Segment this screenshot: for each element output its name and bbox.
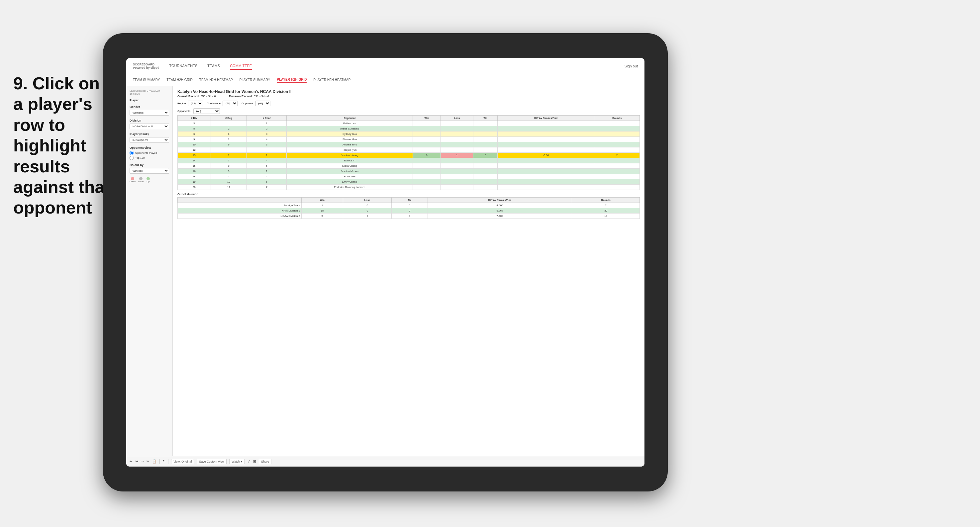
bottom-toolbar: ↩ ↪ ⇨ ✂ 📋 ↻ View: Original Save Custom V…: [126, 456, 644, 467]
player-rank-select[interactable]: 8. Katelyn Vo: [130, 137, 169, 143]
table-row[interactable]: 522Alexis Sudjianto: [178, 126, 640, 132]
up-dot: [146, 177, 150, 180]
undo-icon[interactable]: ↩: [130, 459, 132, 464]
redo-icon[interactable]: ↪: [135, 459, 138, 464]
radio-opponents-played[interactable]: Opponents Played: [130, 151, 169, 155]
table-row[interactable]: 31Esther Lee: [178, 121, 640, 126]
table-row[interactable]: 12Heeju Hyun: [178, 148, 640, 153]
nav-teams[interactable]: TEAMS: [207, 62, 220, 70]
table-row[interactable]: 19106Emily Chang: [178, 179, 640, 185]
table-row[interactable]: 1474Eunice Yi: [178, 158, 640, 163]
radio-top100-input[interactable]: [130, 156, 134, 160]
main-grid-table: # Div # Reg # Conf Opponent Win Loss Tie…: [177, 115, 640, 190]
col-loss: Loss: [441, 116, 473, 121]
col-conf: # Conf: [247, 116, 287, 121]
colour-select[interactable]: Win/loss: [130, 168, 169, 174]
scissors-icon[interactable]: ✂: [146, 459, 150, 464]
opponents-select[interactable]: (All): [193, 108, 220, 114]
out-of-division-label: Out of division: [177, 193, 640, 196]
ood-table-row[interactable]: Foreign Team1004.5002: [178, 203, 640, 208]
left-panel: Last Updated: 27/03/2024 16:55:38 Player…: [126, 86, 173, 456]
sub-nav-team-h2h-grid[interactable]: TEAM H2H GRID: [167, 77, 192, 83]
share-button[interactable]: Share: [259, 459, 271, 464]
right-panel: Katelyn Vo Head-to-Head Grid for Women's…: [173, 86, 644, 456]
level-dot: [139, 177, 143, 180]
colour-by-label: Colour by: [130, 163, 169, 167]
division-section: Division NCAA Division III: [130, 119, 169, 129]
last-updated-label: Last Updated: 27/03/2024: [130, 89, 160, 92]
resize-icon[interactable]: ⤢: [248, 459, 250, 464]
table-row[interactable]: 1311Jessica Huang010-3.002: [178, 153, 640, 158]
down-label: Down: [130, 180, 135, 183]
ood-col-diff: Diff Av Strokes/Rnd: [428, 198, 572, 203]
sub-nav-team-h2h-heatmap[interactable]: TEAM H2H HEATMAP: [199, 77, 233, 83]
sub-nav-player-summary[interactable]: PLAYER SUMMARY: [240, 77, 270, 83]
view-original-button[interactable]: View: Original: [171, 459, 194, 464]
region-filter: Region (All): [177, 101, 203, 106]
ood-col-win: Win: [302, 198, 343, 203]
tablet-device: SCOREBOARD Powered by clippd TOURNAMENTS…: [103, 33, 668, 492]
top-nav: SCOREBOARD Powered by clippd TOURNAMENTS…: [126, 58, 644, 74]
ood-col-rounds: Rounds: [572, 198, 640, 203]
table-row[interactable]: 1585Stella Cheng: [178, 163, 640, 169]
up-label: Up: [146, 180, 150, 183]
nav-tournaments[interactable]: TOURNAMENTS: [169, 62, 198, 70]
annotation-content: 9. Click on a player's row to highlight …: [13, 74, 110, 217]
last-updated: Last Updated: 27/03/2024 16:55:38: [130, 89, 169, 95]
col-diff: Diff Av Strokes/Rnd: [497, 116, 594, 121]
refresh-icon[interactable]: ↻: [162, 459, 165, 464]
nav-items: TOURNAMENTS TEAMS COMMITTEE: [169, 62, 625, 70]
table-row[interactable]: 1063Andrea York: [178, 142, 640, 148]
overall-record: Overall Record: 353 - 34 - 6: [177, 95, 216, 98]
logo-sub: Powered by clippd: [133, 66, 159, 70]
forward-icon[interactable]: ⇨: [141, 459, 144, 464]
watch-button[interactable]: Watch ▾: [229, 459, 245, 464]
table-row[interactable]: 613Sydney Kuo: [178, 132, 640, 137]
col-win: Win: [413, 116, 441, 121]
radio-top100-label: Top 100: [135, 156, 145, 159]
radio-top100[interactable]: Top 100: [130, 156, 169, 160]
table-row[interactable]: 1822Euna Lee: [178, 174, 640, 179]
conference-select[interactable]: (All): [223, 101, 237, 106]
table-row[interactable]: 20117Federica Domecq Lacroze: [178, 185, 640, 190]
nav-committee[interactable]: COMMITTEE: [230, 62, 252, 70]
logo: SCOREBOARD Powered by clippd: [133, 63, 159, 70]
ood-col-name: [178, 198, 302, 203]
opponent-select[interactable]: (All): [256, 101, 270, 106]
sign-out-button[interactable]: Sign out: [625, 64, 638, 68]
opponents-filter-row: Opponents: (All): [177, 108, 640, 114]
conference-label: Conference: [207, 102, 221, 105]
col-div: # Div: [178, 116, 211, 121]
filters-row: Region (All) Conference (All) Opponent: [177, 101, 640, 106]
sub-nav-player-h2h-heatmap[interactable]: PLAYER H2H HEATMAP: [313, 77, 350, 83]
gender-select[interactable]: Women's: [130, 110, 169, 116]
record-row: Overall Record: 353 - 34 - 6 Division Re…: [177, 95, 640, 98]
paste-icon[interactable]: 📋: [152, 459, 157, 464]
legend-level: Level: [138, 177, 144, 183]
radio-opponents-played-input[interactable]: [130, 151, 134, 155]
save-custom-view-button[interactable]: Save Custom View: [197, 459, 227, 464]
ood-col-tie: Tie: [392, 198, 428, 203]
last-updated-time: 16:55:38: [130, 92, 140, 95]
legend-down: Down: [130, 177, 135, 183]
grid-icon[interactable]: ⊞: [253, 459, 256, 464]
opponent-label: Opponent: [242, 102, 253, 105]
division-select[interactable]: NCAA Division III: [130, 124, 169, 129]
overall-record-label: Overall Record:: [177, 95, 200, 98]
table-row[interactable]: 1691Jessica Mason: [178, 169, 640, 174]
region-select[interactable]: (All): [188, 101, 203, 106]
table-row[interactable]: 914Sharon Mun: [178, 137, 640, 142]
col-rounds: Rounds: [594, 116, 640, 121]
sub-nav-player-h2h-grid[interactable]: PLAYER H2H GRID: [277, 77, 307, 83]
ood-table-row[interactable]: NCAA Division 25007.40010: [178, 214, 640, 219]
opponent-filter: Opponent (All): [242, 101, 270, 106]
legend: Down Level Up: [130, 177, 169, 183]
opponent-view-label: Opponent view: [130, 146, 169, 149]
ood-table-row[interactable]: NAIA Division 115009.26730: [178, 208, 640, 214]
sub-nav-team-summary[interactable]: TEAM SUMMARY: [133, 77, 160, 83]
logo-text: SCOREBOARD: [133, 63, 159, 66]
toolbar-sep1: [159, 459, 160, 464]
annotation-text: 9. Click on a player's row to highlight …: [13, 73, 113, 218]
ood-col-loss: Loss: [343, 198, 392, 203]
sub-nav: TEAM SUMMARY TEAM H2H GRID TEAM H2H HEAT…: [126, 74, 644, 86]
